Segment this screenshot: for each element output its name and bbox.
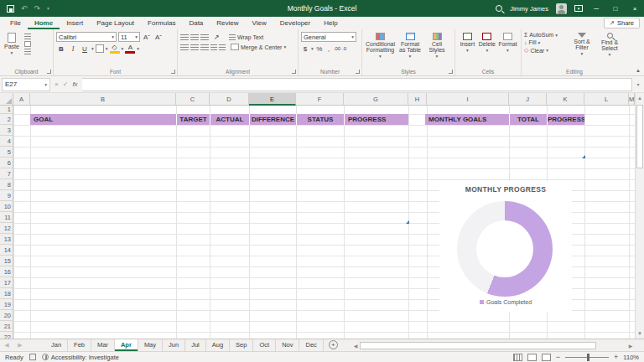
sheet-tab-nov[interactable]: Nov [276, 339, 299, 351]
row-header-7[interactable]: 7 [0, 168, 13, 179]
increase-indent-icon[interactable] [219, 44, 226, 50]
sheet-tab-dec[interactable]: Dec [299, 339, 323, 351]
zoom-slider-thumb[interactable] [587, 354, 589, 361]
row-header-11[interactable]: 11 [0, 212, 13, 223]
scroll-right-icon[interactable]: ▶ [626, 343, 635, 349]
prev-sheet-icon[interactable]: ◀ [0, 339, 13, 351]
row-header-19[interactable]: 19 [0, 299, 13, 310]
scroll-up-icon[interactable]: ▲ [636, 93, 644, 103]
column-header-B[interactable]: B [30, 93, 176, 106]
orientation-icon[interactable]: ↗ [210, 32, 222, 42]
delete-cells-button[interactable]: Delete ▾ [477, 32, 497, 66]
column-header-K[interactable]: K [547, 93, 584, 106]
row-header-17[interactable]: 17 [0, 277, 13, 288]
sheet-tab-aug[interactable]: Aug [206, 339, 230, 351]
font-name-select[interactable]: Calibri▾ [56, 32, 117, 42]
underline-caret-icon[interactable]: ▾ [91, 46, 94, 51]
undo-icon[interactable]: ↶ [21, 4, 28, 13]
paste-button[interactable]: Paste ▾ [3, 32, 21, 66]
enter-icon[interactable]: ✓ [63, 80, 69, 88]
next-sheet-icon[interactable]: ▶ [13, 339, 27, 351]
ribbon-display-options-icon[interactable]: ▾ [574, 5, 583, 12]
menu-tab-home[interactable]: Home [28, 17, 60, 29]
align-center-icon[interactable] [190, 44, 199, 50]
align-right-icon[interactable] [200, 44, 209, 50]
accessibility-checker[interactable]: Accessibility: Investigate [42, 354, 119, 361]
menu-tab-page-layout[interactable]: Page Layout [90, 17, 141, 29]
row-header-2[interactable]: 2 [0, 114, 13, 125]
column-header-J[interactable]: J [509, 93, 547, 106]
borders-icon[interactable] [96, 44, 104, 53]
close-button[interactable]: × [629, 5, 641, 13]
increase-decimal-icon[interactable]: .00 [334, 46, 340, 51]
zoom-level[interactable]: 110% [623, 354, 639, 361]
number-format-select[interactable]: General▾ [301, 32, 356, 42]
underline-button[interactable]: U [80, 44, 90, 54]
autosum-button[interactable]: Σ AutoSum ▾ [524, 32, 568, 38]
font-color-caret-icon[interactable]: ▾ [137, 46, 139, 51]
fill-button[interactable]: ↓ Fill ▾ [524, 39, 568, 45]
save-icon[interactable] [7, 5, 14, 13]
percent-style-icon[interactable]: % [315, 44, 324, 54]
zoom-in-icon[interactable]: + [614, 353, 618, 361]
row-header-5[interactable]: 5 [0, 147, 13, 158]
format-painter-icon[interactable] [24, 49, 31, 54]
qat-customize-icon[interactable]: ▾ [47, 6, 49, 11]
insert-cells-button[interactable]: Insert ▾ [458, 32, 477, 66]
sheet-tab-jun[interactable]: Jun [163, 339, 185, 351]
sheet-tab-feb[interactable]: Feb [68, 339, 91, 351]
share-button[interactable]: ↗ Share [604, 18, 640, 28]
column-header-F[interactable]: F [296, 93, 344, 106]
summary-header-progress[interactable]: PROGRESS [547, 114, 584, 125]
align-bottom-icon[interactable] [200, 34, 209, 40]
restore-button[interactable]: □ [610, 5, 621, 13]
table-resize-handle[interactable] [582, 155, 585, 158]
horizontal-scrollbar[interactable]: ◀ ▶ [351, 341, 635, 350]
alignment-dialog-launcher[interactable] [292, 70, 296, 74]
clipboard-dialog-launcher[interactable] [47, 70, 51, 74]
expand-formula-bar-icon[interactable]: ▾ [632, 81, 644, 87]
number-dialog-launcher[interactable] [356, 70, 360, 74]
redo-icon[interactable]: ↷ [34, 4, 41, 13]
column-header-C[interactable]: C [176, 93, 210, 106]
decrease-indent-icon[interactable] [210, 44, 217, 50]
sheet-tab-oct[interactable]: Oct [253, 339, 276, 351]
cut-icon[interactable] [24, 34, 31, 39]
row-header-6[interactable]: 6 [0, 158, 13, 168]
wrap-text-button[interactable]: Wrap Text [229, 34, 263, 40]
align-left-icon[interactable] [180, 44, 189, 50]
goals-header-status[interactable]: STATUS [296, 114, 344, 125]
conditional-formatting-button[interactable]: Conditional Formatting ▾ [365, 32, 396, 66]
column-header-D[interactable]: D [210, 93, 249, 106]
new-sheet-button[interactable]: + [329, 340, 338, 349]
summary-header-total[interactable]: TOTAL [509, 114, 547, 125]
menu-tab-developer[interactable]: Developer [273, 17, 317, 29]
vertical-scrollbar[interactable]: ▲ ▼ [635, 93, 644, 339]
menu-tab-insert[interactable]: Insert [60, 17, 90, 29]
column-header-I[interactable]: I [427, 93, 509, 106]
row-header-4[interactable]: 4 [0, 136, 13, 147]
comma-style-icon[interactable]: , [325, 44, 332, 54]
goals-header-actual[interactable]: ACTUAL [210, 114, 249, 125]
font-size-select[interactable]: 11▾ [118, 32, 140, 42]
bold-button[interactable]: B [56, 44, 66, 54]
horizontal-scroll-thumb[interactable] [360, 342, 596, 349]
increase-font-icon[interactable]: Aˆ [142, 32, 152, 42]
goals-header-progress[interactable]: PROGRESS [344, 114, 408, 125]
decrease-font-icon[interactable]: Aˇ [153, 32, 164, 42]
sort-filter-button[interactable]: Sort & Filter ▾ [568, 32, 596, 66]
select-all-button[interactable] [0, 93, 13, 106]
sheet-tab-may[interactable]: May [138, 339, 163, 351]
column-header-H[interactable]: H [408, 93, 427, 106]
column-header-G[interactable]: G [344, 93, 408, 106]
row-header-16[interactable]: 16 [0, 266, 13, 277]
row-header-13[interactable]: 13 [0, 234, 13, 245]
italic-button[interactable]: I [68, 44, 78, 54]
avatar[interactable] [556, 3, 567, 14]
format-cells-button[interactable]: Format ▾ [497, 32, 518, 66]
menu-tab-data[interactable]: Data [182, 17, 210, 29]
menu-tab-review[interactable]: Review [210, 17, 245, 29]
sheet-tab-jul[interactable]: Jul [185, 339, 206, 351]
sheet-tab-sep[interactable]: Sep [230, 339, 253, 351]
column-header-L[interactable]: L [584, 93, 629, 106]
